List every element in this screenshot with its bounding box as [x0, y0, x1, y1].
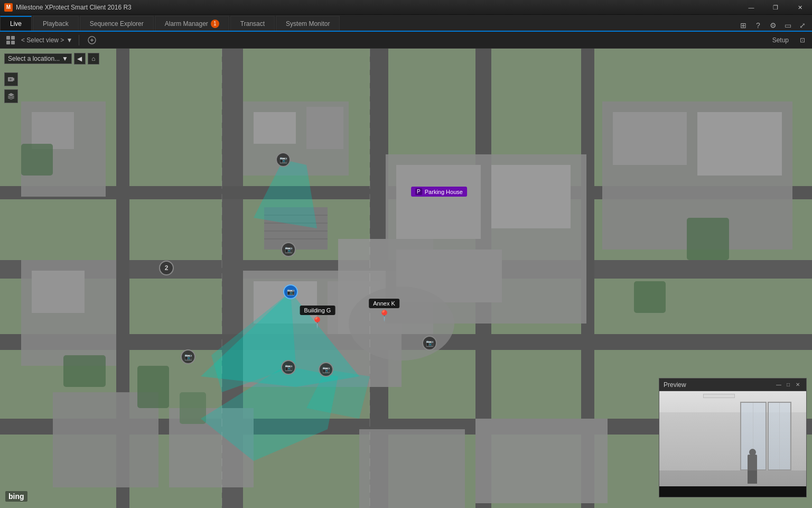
svg-point-58 — [10, 78, 12, 80]
location-select-dropdown[interactable]: Select a location... ▼ — [4, 53, 72, 64]
bing-watermark: bing — [5, 491, 27, 502]
svg-marker-57 — [13, 78, 14, 81]
view-toggle-icon[interactable] — [4, 34, 17, 47]
svg-rect-27 — [32, 112, 74, 149]
tab-sequence-explorer[interactable]: Sequence Explorer — [80, 16, 154, 31]
camera-marker-3[interactable]: 📷 — [281, 242, 296, 257]
svg-rect-39 — [137, 366, 169, 408]
camera-tool-button[interactable] — [4, 72, 18, 86]
tab-system-monitor[interactable]: System Monitor — [276, 16, 340, 31]
camera-marker-6[interactable]: 📷 — [281, 360, 296, 375]
svg-rect-1 — [11, 36, 15, 40]
preview-scene — [659, 391, 806, 486]
svg-rect-32 — [697, 112, 782, 176]
pin-building-g[interactable]: Building G 📍 — [300, 306, 335, 329]
number-marker-2[interactable]: 2 — [159, 261, 174, 275]
svg-rect-42 — [634, 281, 666, 313]
camera-marker-1[interactable]: 📷 — [276, 152, 291, 167]
grid-icon[interactable]: ⊞ — [738, 20, 749, 31]
help-icon[interactable]: ? — [753, 20, 763, 31]
preview-title: Preview — [664, 381, 773, 389]
tab-alarm-manager[interactable]: Alarm Manager 1 — [155, 16, 229, 31]
preview-close-button[interactable]: ✕ — [794, 381, 802, 389]
svg-rect-38 — [687, 218, 729, 260]
svg-rect-0 — [6, 36, 10, 40]
camera-marker-4-selected[interactable]: 📷 — [283, 284, 298, 299]
svg-marker-59 — [8, 93, 14, 96]
tab-playback[interactable]: Playback — [33, 16, 79, 31]
svg-point-48 — [349, 287, 454, 361]
preview-maximize-button[interactable]: □ — [784, 381, 792, 389]
svg-rect-29 — [32, 271, 85, 313]
svg-rect-36 — [475, 419, 608, 503]
pin-annex-k[interactable]: Annex K 📍 — [369, 299, 399, 322]
tab-bar: Live Playback Sequence Explorer Alarm Ma… — [0, 15, 812, 32]
camera-marker-7[interactable]: 📷 — [319, 362, 333, 377]
window-icon[interactable]: ▭ — [782, 20, 793, 31]
svg-rect-21 — [306, 107, 343, 149]
camera-marker-5[interactable]: 📷 — [181, 349, 195, 364]
action-bar: < Select view > ▼ Setup ⊡ — [0, 32, 812, 49]
pin-parking-house[interactable]: P Parking House — [411, 187, 467, 197]
svg-rect-2 — [6, 41, 10, 44]
window-controls: — ❐ ✕ — [739, 0, 812, 15]
svg-rect-37 — [21, 144, 53, 176]
preview-window: Preview — □ ✕ — [659, 378, 807, 497]
pin-icon-annex-k: 📍 — [378, 309, 391, 322]
alarm-badge: 1 — [211, 20, 219, 28]
location-back-button[interactable]: ◀ — [74, 53, 86, 64]
svg-rect-24 — [491, 165, 571, 228]
select-view-dropdown[interactable]: < Select view > ▼ — [21, 36, 72, 44]
tab-bar-right: ⊞ ? ⚙ ▭ ⤢ — [738, 20, 812, 31]
svg-rect-20 — [254, 112, 296, 144]
location-dropdown-arrow: ▼ — [62, 55, 68, 62]
preview-bottom-bar — [659, 486, 806, 497]
title-bar: M Milestone XProtect Smart Client 2016 R… — [0, 0, 812, 15]
svg-rect-35 — [359, 429, 465, 508]
setup-button[interactable]: Setup — [768, 36, 793, 44]
preview-content — [659, 391, 806, 486]
camera-marker-8[interactable]: 📷 — [422, 336, 437, 350]
svg-rect-40 — [63, 355, 106, 387]
tab-live[interactable]: Live — [0, 16, 32, 31]
svg-marker-61 — [8, 98, 14, 99]
minimize-button[interactable]: — — [739, 0, 763, 15]
app-title: Milestone XProtect Smart Client 2016 R3 — [16, 4, 132, 11]
dropdown-arrow-icon: ▼ — [66, 36, 72, 44]
location-home-button[interactable]: ⌂ — [88, 53, 99, 64]
location-bar: Select a location... ▼ ◀ ⌂ — [4, 53, 99, 64]
preview-titlebar: Preview — □ ✕ — [659, 378, 806, 391]
parking-icon: P — [415, 188, 422, 195]
svg-rect-31 — [613, 112, 687, 165]
map-tools-panel — [4, 72, 18, 103]
map-container: Select a location... ▼ ◀ ⌂ 📷 2 📷 — [0, 49, 812, 508]
resize-icon[interactable]: ⊡ — [797, 35, 808, 45]
layers-tool-button[interactable] — [4, 89, 18, 103]
svg-rect-23 — [396, 165, 481, 239]
tab-transact[interactable]: Transact — [230, 16, 275, 31]
settings-icon[interactable]: ⚙ — [768, 20, 778, 31]
close-button[interactable]: ✕ — [788, 0, 812, 15]
app-icon: M — [4, 3, 13, 12]
restore-button[interactable]: ❐ — [763, 0, 788, 15]
person-head — [749, 449, 756, 456]
preview-minimize-button[interactable]: — — [774, 381, 783, 389]
toolbar-separator — [79, 35, 79, 45]
pin-icon-building-g: 📍 — [311, 316, 324, 329]
camera-layout-icon[interactable] — [86, 34, 98, 47]
svg-rect-3 — [11, 41, 15, 44]
expand-icon[interactable]: ⤢ — [797, 20, 808, 31]
